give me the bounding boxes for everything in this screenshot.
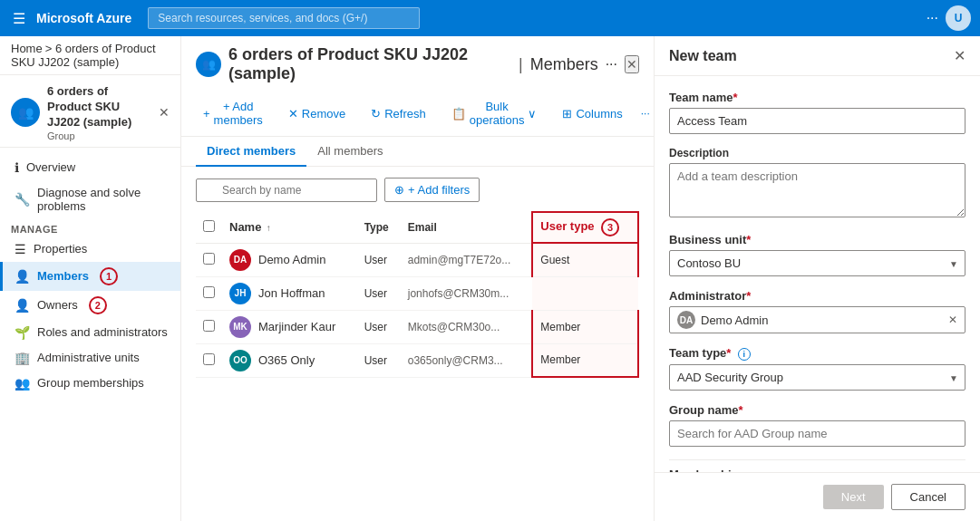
bulk-operations-button[interactable]: 📋 Bulk operations ∨ bbox=[444, 96, 545, 130]
team-type-select-wrapper: AAD Security Group ▼ bbox=[669, 364, 965, 391]
remove-button[interactable]: ✕ Remove bbox=[281, 103, 353, 124]
sort-arrow-icon: ↑ bbox=[267, 223, 271, 233]
sidebar: Home > 6 orders of Product SKU JJ202 (sa… bbox=[0, 36, 181, 521]
select-all-checkbox[interactable] bbox=[203, 220, 215, 232]
wrench-icon: 🔧 bbox=[15, 192, 30, 207]
tab-all-members[interactable]: All members bbox=[306, 137, 393, 167]
content-more-icon[interactable]: ··· bbox=[606, 56, 617, 72]
sidebar-close-icon[interactable]: ✕ bbox=[159, 105, 170, 120]
table-row: MK Marjinder Kaur User Mkots@CRM30o... M… bbox=[196, 310, 638, 343]
refresh-button[interactable]: ↻ Refresh bbox=[364, 103, 433, 124]
row-checkbox-cell bbox=[196, 276, 222, 310]
administrator-label: Administrator* bbox=[669, 289, 965, 303]
team-name-input[interactable] bbox=[669, 108, 965, 134]
gn-required: * bbox=[739, 403, 743, 417]
sidebar-item-properties[interactable]: ☰ Properties bbox=[0, 236, 180, 262]
refresh-label: Refresh bbox=[384, 107, 426, 121]
avatar[interactable]: U bbox=[946, 5, 971, 31]
team-type-label: Team type* i bbox=[669, 346, 965, 361]
team-type-info-icon[interactable]: i bbox=[738, 348, 751, 361]
more-toolbar-button[interactable]: ··· bbox=[634, 103, 654, 123]
row-email-cell: o365only@CRM3... bbox=[401, 343, 533, 377]
row-name-cell: MK Marjinder Kaur bbox=[222, 310, 357, 343]
team-name-required: * bbox=[733, 91, 738, 104]
sidebar-item-label: Members bbox=[37, 269, 89, 283]
sidebar-item-group-memberships[interactable]: 👥 Group memberships bbox=[0, 371, 180, 396]
members-table: Name ↑ Type Email User type 3 bbox=[196, 211, 639, 378]
sidebar-item-label: Properties bbox=[34, 242, 87, 256]
next-button[interactable]: Next bbox=[823, 485, 884, 509]
team-type-select[interactable]: AAD Security Group bbox=[669, 364, 965, 391]
members-annotation: 1 bbox=[100, 267, 118, 285]
add-filters-button[interactable]: ⊕ + Add filters bbox=[384, 178, 480, 202]
panel-footer: Next Cancel bbox=[655, 472, 980, 521]
business-unit-select[interactable]: Contoso BU bbox=[669, 250, 965, 276]
cancel-button[interactable]: Cancel bbox=[891, 484, 965, 510]
sidebar-item-overview[interactable]: ℹ Overview bbox=[0, 155, 180, 180]
row-name-cell: DA Demo Admin bbox=[222, 243, 357, 276]
description-textarea[interactable] bbox=[669, 163, 965, 217]
panel-body: Team name* Description Business unit* Co… bbox=[655, 76, 980, 472]
refresh-icon: ↻ bbox=[371, 107, 381, 121]
row-user-type-cell: Member bbox=[532, 310, 638, 343]
add-icon: + bbox=[203, 107, 210, 121]
owners-annotation: 2 bbox=[89, 296, 107, 314]
filter-icon: ⊕ bbox=[394, 183, 404, 197]
row-checkbox[interactable] bbox=[203, 286, 215, 298]
row-user-type-cell: Guest bbox=[532, 243, 638, 276]
group-memberships-icon: 👥 bbox=[15, 376, 30, 391]
user-type-annotation: 3 bbox=[601, 218, 619, 236]
members-icon: 👤 bbox=[15, 269, 30, 284]
tab-direct-members[interactable]: Direct members bbox=[196, 137, 306, 167]
user-avatar: MK bbox=[229, 316, 251, 338]
search-input[interactable] bbox=[196, 178, 377, 202]
sidebar-item-members[interactable]: 👤 Members 1 bbox=[0, 262, 180, 291]
user-name: Jon Hoffman bbox=[258, 286, 325, 300]
sidebar-item-owners[interactable]: 👤 Owners 2 bbox=[0, 291, 180, 320]
content-close-button[interactable]: ✕ bbox=[625, 55, 639, 73]
sidebar-item-label: Owners bbox=[37, 298, 78, 312]
group-name-input[interactable] bbox=[669, 420, 965, 447]
content-header: 👥 6 orders of Product SKU JJ202 (sample)… bbox=[181, 36, 654, 137]
admin-units-icon: 🏢 bbox=[15, 351, 30, 365]
sidebar-item-roles[interactable]: 🌱 Roles and administrators bbox=[0, 320, 180, 345]
top-navigation: ☰ Microsoft Azure ··· U bbox=[0, 0, 980, 36]
panel-close-button[interactable]: ✕ bbox=[954, 47, 965, 64]
administrator-tag: DA Demo Admin ✕ bbox=[669, 306, 965, 333]
sidebar-item-label: Roles and administrators bbox=[37, 325, 168, 339]
name-header[interactable]: Name ↑ bbox=[222, 212, 357, 243]
page-subtitle: Members bbox=[530, 55, 598, 74]
columns-icon: ⊞ bbox=[562, 107, 572, 121]
table-row: OO O365 Only User o365only@CRM3... Membe… bbox=[196, 343, 638, 377]
topnav-more-icon[interactable]: ··· bbox=[927, 10, 938, 26]
row-user-type-cell: Member bbox=[532, 343, 638, 377]
owners-icon: 👤 bbox=[15, 298, 30, 313]
sidebar-item-label: Group memberships bbox=[37, 376, 144, 390]
team-type-group: Team type* i AAD Security Group ▼ bbox=[669, 346, 965, 391]
admin-avatar: DA bbox=[677, 311, 695, 329]
bu-required: * bbox=[746, 233, 751, 246]
user-name: O365 Only bbox=[258, 353, 315, 367]
membership-section-label: Membership bbox=[669, 459, 965, 472]
row-checkbox[interactable] bbox=[203, 320, 215, 332]
add-members-button[interactable]: + + Add members bbox=[196, 96, 270, 130]
row-checkbox[interactable] bbox=[203, 353, 215, 365]
page-title: 6 orders of Product SKU JJ202 (sample) bbox=[228, 45, 511, 83]
hamburger-icon[interactable]: ☰ bbox=[9, 6, 29, 31]
row-type-cell: User bbox=[357, 343, 401, 377]
breadcrumb: Home > 6 orders of Product SKU JJ202 (sa… bbox=[0, 36, 180, 75]
sidebar-item-diagnose[interactable]: 🔧 Diagnose and solve problems bbox=[0, 180, 180, 218]
toolbar: + + Add members ✕ Remove ↻ Refresh 📋 Bul… bbox=[196, 91, 639, 136]
row-checkbox[interactable] bbox=[203, 253, 215, 265]
business-unit-select-wrapper: Contoso BU ▼ bbox=[669, 250, 965, 276]
roles-icon: 🌱 bbox=[15, 325, 30, 340]
sidebar-item-admin-units[interactable]: 🏢 Administrative units bbox=[0, 345, 180, 371]
global-search-input[interactable] bbox=[148, 7, 420, 29]
user-name: Demo Admin bbox=[258, 253, 325, 266]
columns-button[interactable]: ⊞ Columns bbox=[555, 103, 629, 124]
sidebar-item-label: Overview bbox=[26, 160, 75, 174]
row-email-cell: Mkots@CRM30o... bbox=[401, 310, 533, 343]
admin-remove-button[interactable]: ✕ bbox=[948, 314, 957, 326]
bulk-label: Bulk operations bbox=[470, 100, 525, 127]
breadcrumb-home[interactable]: Home bbox=[11, 42, 43, 55]
